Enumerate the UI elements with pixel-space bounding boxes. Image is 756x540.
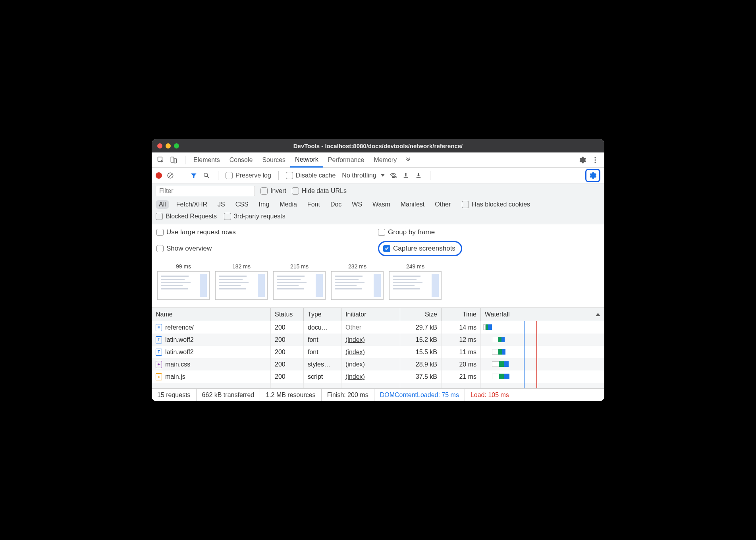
tab-memory[interactable]: Memory <box>369 152 401 167</box>
third-party-label: 3rd-party requests <box>234 213 285 220</box>
request-initiator[interactable]: (index) <box>345 336 365 343</box>
kebab-menu-icon[interactable] <box>591 156 600 164</box>
filter-type-other[interactable]: Other <box>432 200 454 209</box>
load-marker <box>536 321 537 388</box>
filter-type-media[interactable]: Media <box>276 200 300 209</box>
request-name: main.js <box>165 373 185 380</box>
inspect-element-icon[interactable] <box>156 156 165 164</box>
upload-har-icon[interactable] <box>401 171 410 180</box>
blocked-requests-label: Blocked Requests <box>166 213 217 220</box>
filmstrip-frame[interactable]: 215 ms <box>273 263 326 300</box>
filter-type-all[interactable]: All <box>156 200 169 209</box>
window-controls <box>157 143 179 148</box>
request-type: docu… <box>308 324 328 331</box>
tab-label: Performance <box>328 156 364 164</box>
filter-input[interactable] <box>156 186 255 196</box>
more-tabs-chevron-icon[interactable] <box>404 156 413 164</box>
request-time: 21 ms <box>459 373 476 380</box>
filmstrip: 99 ms182 ms215 ms232 ms249 ms <box>152 260 604 307</box>
filter-type-doc[interactable]: Doc <box>327 200 345 209</box>
col-header-time[interactable]: Time <box>442 308 481 321</box>
capture-screenshots-checkbox[interactable]: Capture screenshots <box>383 245 455 253</box>
search-icon[interactable] <box>202 171 211 180</box>
request-size: 15.5 kB <box>416 349 437 356</box>
tab-label: Sources <box>262 156 285 164</box>
filmstrip-frame[interactable]: 232 ms <box>331 263 384 300</box>
tab-sources[interactable]: Sources <box>257 152 290 167</box>
show-overview-checkbox[interactable]: Show overview <box>156 241 378 256</box>
col-header-name[interactable]: Name <box>152 308 271 321</box>
request-name: main.css <box>165 361 190 368</box>
devtools-window: DevTools - localhost:8080/docs/devtools/… <box>152 139 604 401</box>
filter-type-font[interactable]: Font <box>304 200 323 209</box>
request-size: 29.7 kB <box>416 324 437 331</box>
dropdown-caret-icon <box>381 174 385 177</box>
zoom-window-button[interactable] <box>174 143 179 148</box>
large-rows-checkbox[interactable]: Use large request rows <box>156 228 378 236</box>
disable-cache-checkbox[interactable]: Disable cache <box>286 172 336 179</box>
preserve-log-label: Preserve log <box>235 172 271 179</box>
filmstrip-timestamp: 215 ms <box>290 263 309 270</box>
filter-type-fetchxhr[interactable]: Fetch/XHR <box>173 200 210 209</box>
filmstrip-frame[interactable]: 249 ms <box>389 263 442 300</box>
footer-resources: 1.2 MB resources <box>260 389 321 401</box>
tab-label: Memory <box>374 156 397 164</box>
device-toolbar-icon[interactable] <box>169 156 178 164</box>
domcontentloaded-marker <box>524 321 525 388</box>
filmstrip-frame[interactable]: 182 ms <box>215 263 268 300</box>
request-time: 11 ms <box>459 349 476 356</box>
throttling-dropdown[interactable]: No throttling <box>342 172 384 179</box>
request-status: 200 <box>275 336 285 343</box>
tab-performance[interactable]: Performance <box>323 152 369 167</box>
third-party-checkbox[interactable]: 3rd-party requests <box>224 213 285 220</box>
request-initiator[interactable]: (index) <box>345 361 365 368</box>
request-type: font <box>308 349 318 356</box>
col-header-initiator[interactable]: Initiator <box>341 308 400 321</box>
settings-gear-icon[interactable] <box>578 156 587 164</box>
tab-elements[interactable]: Elements <box>189 152 225 167</box>
col-header-size[interactable]: Size <box>400 308 442 321</box>
network-settings-gear-icon[interactable] <box>588 171 597 180</box>
has-blocked-cookies-checkbox[interactable]: Has blocked cookies <box>462 201 530 208</box>
filter-type-manifest[interactable]: Manifest <box>397 200 428 209</box>
download-har-icon[interactable] <box>414 171 423 180</box>
group-by-frame-checkbox[interactable]: Group by frame <box>378 228 600 236</box>
tab-network[interactable]: Network <box>290 153 323 168</box>
request-waterfall-cell <box>481 370 604 383</box>
request-type: font <box>308 336 318 343</box>
filter-type-ws[interactable]: WS <box>349 200 365 209</box>
request-initiator[interactable]: (index) <box>345 373 365 380</box>
request-size: 28.9 kB <box>416 361 437 368</box>
network-settings-panel: Use large request rows Group by frame Sh… <box>152 224 604 308</box>
sort-ascending-icon <box>596 313 600 316</box>
footer-transferred: 662 kB transferred <box>197 389 260 401</box>
group-by-frame-label: Group by frame <box>388 228 435 236</box>
filter-type-wasm[interactable]: Wasm <box>369 200 393 209</box>
tab-console[interactable]: Console <box>225 152 258 167</box>
filter-type-img[interactable]: Img <box>256 200 273 209</box>
network-conditions-wifi-icon[interactable] <box>389 171 397 180</box>
filters-panel: Invert Hide data URLs AllFetch/XHRJSCSSI… <box>152 183 604 224</box>
svg-point-4 <box>594 159 596 160</box>
record-button-icon[interactable] <box>156 172 162 179</box>
invert-checkbox[interactable]: Invert <box>260 187 286 195</box>
clear-icon[interactable] <box>166 171 175 180</box>
tab-label: Elements <box>193 156 220 164</box>
filmstrip-frame[interactable]: 99 ms <box>157 263 210 300</box>
request-initiator[interactable]: (index) <box>345 349 365 356</box>
blocked-requests-checkbox[interactable]: Blocked Requests <box>156 213 217 220</box>
hide-data-urls-checkbox[interactable]: Hide data URLs <box>292 187 347 195</box>
filter-type-css[interactable]: CSS <box>232 200 252 209</box>
filmstrip-timestamp: 99 ms <box>176 263 191 270</box>
col-header-waterfall[interactable]: Waterfall <box>481 308 604 321</box>
minimize-window-button[interactable] <box>166 143 171 148</box>
preserve-log-checkbox[interactable]: Preserve log <box>226 172 271 179</box>
filmstrip-thumbnail <box>215 271 268 300</box>
close-window-button[interactable] <box>157 143 162 148</box>
filter-funnel-icon[interactable] <box>189 171 198 180</box>
request-status: 200 <box>275 349 285 356</box>
request-waterfall-cell <box>481 321 604 334</box>
col-header-type[interactable]: Type <box>304 308 341 321</box>
col-header-status[interactable]: Status <box>271 308 304 321</box>
filter-type-js[interactable]: JS <box>214 200 228 209</box>
